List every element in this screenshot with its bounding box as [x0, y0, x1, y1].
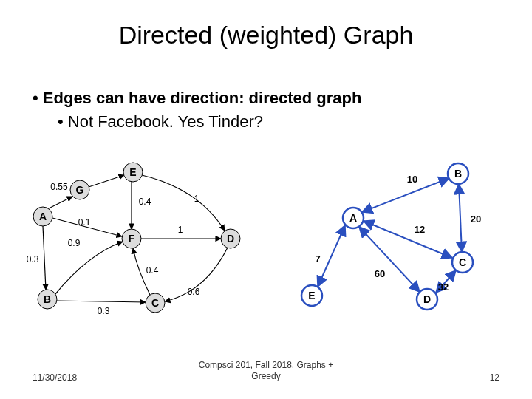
svg-text:1: 1 [178, 225, 183, 235]
bullet-2: Not Facebook. Yes Tinder? [58, 112, 502, 132]
graph-left: 0.3 0.55 0.1 0.9 0.4 1 1 0.6 0.4 0.3 A B… [21, 159, 257, 320]
svg-text:A: A [39, 211, 47, 222]
svg-text:E: E [308, 290, 315, 301]
svg-text:C: C [459, 256, 466, 268]
svg-text:0.9: 0.9 [68, 238, 81, 248]
svg-text:0.3: 0.3 [98, 306, 110, 316]
slide-title: Directed (weighted) Graph [0, 21, 532, 50]
svg-text:C: C [151, 297, 159, 309]
svg-line-34 [359, 227, 420, 292]
svg-text:D: D [423, 293, 431, 305]
svg-text:12: 12 [415, 224, 425, 235]
slide: Directed (weighted) Graph Edges can have… [0, 0, 532, 399]
svg-line-0 [43, 226, 46, 290]
footer-middle: Compsci 201, Fall 2018, Graphs +Greedy [0, 360, 532, 383]
graph-right-svg: 10 20 12 60 32 7 A B C D E [272, 159, 501, 320]
graph-left-svg: 0.3 0.55 0.1 0.9 0.4 1 1 0.6 0.4 0.3 A B… [21, 159, 257, 320]
svg-text:0.6: 0.6 [188, 287, 200, 297]
svg-text:B: B [454, 168, 462, 180]
svg-text:7: 7 [315, 253, 320, 265]
svg-text:0.4: 0.4 [146, 265, 159, 276]
svg-line-1 [49, 197, 72, 208]
svg-text:0.55: 0.55 [50, 182, 68, 192]
footer-page: 12 [490, 372, 499, 383]
svg-text:E: E [129, 166, 136, 178]
svg-text:10: 10 [407, 174, 417, 185]
svg-line-36 [318, 225, 345, 287]
svg-line-31 [362, 178, 449, 212]
svg-text:F: F [129, 233, 135, 245]
svg-text:32: 32 [438, 282, 449, 293]
svg-text:0.1: 0.1 [78, 217, 91, 228]
graph-right: 10 20 12 60 32 7 A B C D E [272, 159, 501, 320]
bullet-list: Edges can have direction: directed graph… [33, 89, 502, 132]
svg-text:60: 60 [375, 268, 385, 279]
svg-line-6 [57, 301, 146, 302]
bullet-1: Edges can have direction: directed graph [33, 89, 502, 108]
figures-row: 0.3 0.55 0.1 0.9 0.4 1 1 0.6 0.4 0.3 A B… [21, 159, 511, 320]
svg-text:D: D [227, 233, 234, 245]
svg-line-32 [459, 184, 462, 252]
svg-line-2 [89, 175, 124, 187]
svg-text:A: A [349, 212, 357, 224]
svg-text:0.3: 0.3 [27, 254, 39, 265]
svg-text:B: B [44, 293, 51, 305]
svg-text:1: 1 [194, 194, 200, 204]
svg-text:20: 20 [471, 214, 481, 225]
svg-text:G: G [76, 184, 84, 196]
weights: 10 20 12 60 32 7 [315, 174, 481, 293]
svg-line-33 [364, 221, 452, 258]
svg-text:0.4: 0.4 [139, 197, 151, 207]
edges [318, 178, 462, 293]
